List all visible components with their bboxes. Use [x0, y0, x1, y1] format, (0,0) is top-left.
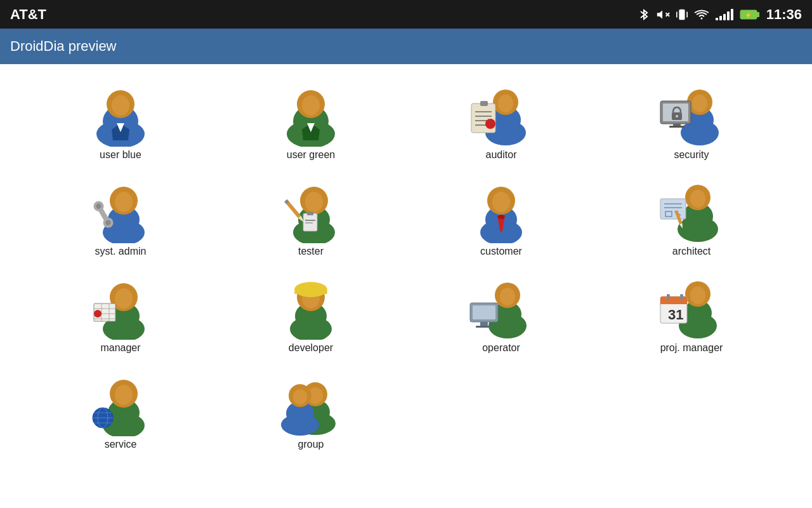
svg-rect-3: [679, 9, 684, 20]
svg-point-16: [302, 95, 320, 116]
svg-point-41: [115, 192, 133, 212]
icon-security-label: security: [674, 149, 709, 161]
icon-developer[interactable]: developer: [216, 270, 406, 360]
svg-rect-95: [473, 305, 495, 319]
status-bar: AT&T: [0, 0, 812, 29]
svg-rect-97: [476, 326, 492, 328]
svg-point-88: [294, 282, 327, 297]
svg-rect-96: [480, 322, 488, 326]
svg-rect-104: [660, 300, 687, 304]
icon-user-green-label: user green: [287, 149, 336, 161]
svg-rect-53: [305, 220, 315, 221]
svg-rect-106: [667, 294, 670, 300]
svg-rect-52: [307, 211, 313, 215]
battery-icon: ⚡: [740, 9, 760, 20]
svg-point-124: [293, 389, 307, 404]
svg-rect-89: [294, 291, 327, 294]
svg-text:⚡: ⚡: [745, 11, 752, 19]
main-content: user blue user green: [0, 64, 812, 508]
app-title: DroidDia preview: [10, 38, 117, 55]
time-display: 11:36: [766, 6, 802, 23]
mute-icon: [656, 8, 670, 22]
svg-point-31: [692, 95, 707, 112]
vibrate-icon: [676, 8, 688, 22]
bluetooth-icon: [638, 8, 650, 22]
svg-marker-0: [657, 10, 662, 18]
icon-developer-label: developer: [289, 342, 333, 354]
icon-user-blue-label: user blue: [100, 149, 141, 161]
carrier-label: AT&T: [10, 6, 46, 23]
status-icons: ⚡ 11:36: [638, 6, 802, 23]
icon-group-label: group: [298, 439, 324, 450]
icon-security[interactable]: security: [596, 77, 787, 167]
icon-tester-label: tester: [298, 246, 324, 257]
icon-architect[interactable]: architect: [596, 173, 787, 264]
svg-point-65: [690, 190, 705, 208]
icon-manager[interactable]: manager: [25, 270, 216, 360]
svg-point-61: [492, 192, 510, 212]
icon-operator-label: operator: [482, 342, 520, 354]
icon-group[interactable]: group: [216, 366, 406, 457]
icon-architect-label: architect: [672, 246, 710, 257]
svg-rect-22: [480, 101, 488, 106]
svg-rect-37: [669, 126, 684, 128]
icon-customer-label: customer: [480, 246, 522, 257]
icon-proj-manager-label: proj. manager: [660, 342, 723, 354]
app-bar: DroidDia preview: [0, 29, 812, 64]
icon-tester[interactable]: tester: [216, 173, 406, 264]
svg-rect-66: [660, 199, 686, 219]
signal-icon: [716, 9, 733, 20]
svg-point-20: [498, 95, 513, 112]
icon-user-green[interactable]: user green: [216, 77, 406, 167]
svg-point-50: [305, 192, 323, 212]
svg-rect-107: [680, 294, 683, 300]
icon-auditor[interactable]: auditor: [406, 77, 596, 167]
icon-service-label: service: [105, 439, 137, 450]
icon-auditor-label: auditor: [486, 149, 517, 161]
wifi-icon: [694, 8, 709, 21]
icon-syst-admin[interactable]: syst. admin: [25, 173, 216, 264]
svg-point-93: [500, 288, 515, 305]
svg-point-35: [676, 115, 678, 117]
svg-text:31: 31: [668, 307, 683, 323]
svg-point-27: [485, 119, 495, 129]
icon-service[interactable]: service: [25, 366, 216, 457]
icon-syst-admin-label: syst. admin: [95, 246, 147, 257]
icon-operator[interactable]: operator: [406, 270, 596, 360]
icon-proj-manager[interactable]: 31 proj. manager: [596, 270, 787, 360]
svg-point-83: [94, 310, 102, 318]
icon-customer[interactable]: customer: [406, 173, 596, 264]
icon-manager-label: manager: [100, 342, 140, 354]
svg-rect-7: [757, 12, 759, 17]
svg-point-111: [115, 385, 133, 405]
svg-point-76: [115, 288, 133, 309]
svg-point-12: [112, 95, 129, 116]
svg-point-101: [690, 286, 705, 304]
icon-user-blue[interactable]: user blue: [25, 77, 216, 167]
svg-rect-54: [305, 222, 313, 224]
